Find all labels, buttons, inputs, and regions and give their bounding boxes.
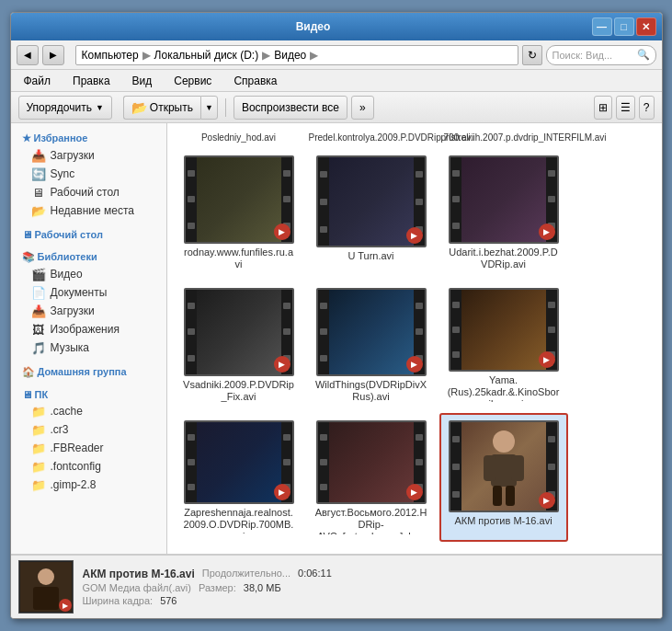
file-item-avgust[interactable]: ▶ Август.Восьмого.2012.HDRip-AVC_[rutrac… [307,413,436,542]
organize-label: Упорядочить [27,101,92,114]
hole [283,328,290,335]
file-item-uturn[interactable]: ▶ U Turn.avi [307,148,436,277]
breadcrumb-folder[interactable]: Видео [274,49,306,62]
open-dropdown[interactable]: ▼ [200,96,218,120]
open-icon-btn[interactable]: 📂 Открыть [123,96,200,120]
status-row-3: Ширина кадра: 576 [83,595,655,606]
file-item-rodnay[interactable]: ▶ rodnay.www.funfiles.ru.avi [175,148,303,277]
file-item-udarit[interactable]: ▶ Udarit.i.bezhat.2009.P.DVDRip.avi [439,148,568,277]
person-figure [461,422,546,511]
breadcrumb[interactable]: Компьютер ▶ Локальный диск (D:) ▶ Видео … [75,45,518,65]
hole [548,196,555,202]
breadcrumb-sep-2: ▶ [262,49,270,62]
play-overlay: ▶ [539,492,555,509]
refresh-button[interactable]: ↻ [522,45,542,65]
hole [452,223,460,229]
sidebar-item-sync[interactable]: 🔄 Sync [11,165,166,183]
fbreader-label: .FBReader [51,442,104,454]
hole [548,170,555,177]
sidebar-item-images[interactable]: 🖼 Изображения [11,320,166,338]
file-item-akm[interactable]: ▶ АКМ против М-16.avi [439,413,568,542]
docs-label: Документы [51,286,108,299]
menu-service[interactable]: Сервис [168,73,217,89]
lib-downloads-icon: 📥 [31,304,46,318]
sidebar-item-fontconfig[interactable]: 📁 .fontconfig [11,457,166,476]
video-icon: 🎬 [31,267,46,281]
search-bar[interactable]: Поиск: Вид... 🔍 [546,45,656,65]
organize-button[interactable]: Упорядочить ▼ [18,96,112,120]
film-left [186,422,197,502]
breadcrumb-computer[interactable]: Компьютер [82,49,139,62]
wildthings-thumb: ▶ [316,288,427,376]
file-item-vsadniki[interactable]: ▶ Vsadniki.2009.P.DVDRip_Fix.avi [175,281,303,409]
sidebar-item-gimp[interactable]: 📁 .gimp-2.8 [11,476,166,494]
zapresh-thumb: ▶ [184,420,294,504]
status-play-btn[interactable]: ▶ [59,599,72,612]
addressbar: ◀ ▶ Компьютер ▶ Локальный диск (D:) ▶ Ви… [11,40,662,70]
hole [452,302,460,308]
file-item-pristreli[interactable]: pristreli.ih.2007.p.dvdrip_INTERFILM.avi [439,131,568,144]
sidebar-item-fbreader[interactable]: 📁 .FBReader [11,439,166,457]
svg-rect-4 [493,486,502,506]
film-left [450,290,461,370]
window-title: Видео [35,20,592,33]
sidebar-item-lib-downloads[interactable]: 📥 Загрузки [11,302,166,320]
play-overlay: ▶ [274,484,290,500]
play-all-button[interactable]: Воспроизвести все [233,96,347,120]
breadcrumb-drive[interactable]: Локальный диск (D:) [154,49,259,62]
hole [548,302,555,308]
sidebar-item-downloads[interactable]: 📥 Загрузки [11,146,166,165]
help-button[interactable]: ? [639,96,655,120]
hole [320,226,327,233]
menu-help[interactable]: Справка [228,73,282,89]
hole [283,170,290,177]
desktop-icon: 🖥 [31,185,46,200]
hole [548,436,555,442]
homegroup-section: 🏠 Домашняя группа [11,364,166,380]
maximize-button[interactable]: □ [614,17,634,36]
search-icon[interactable]: 🔍 [637,49,650,61]
file-grid: Posledniy_hod.avi Predel.kontrolya.2009.… [167,123,662,554]
file-item-wildthings[interactable]: ▶ WildThings(DVDRipDivXRus).avi [307,281,436,409]
view-toggle[interactable]: ⊞ [594,96,612,120]
more-button[interactable]: » [351,96,374,120]
file-item-yama[interactable]: ▶ Yama.(Rus).25kadr.&.KinoSbornik.ru.avi [439,281,568,409]
file-item-posledniy[interactable]: Posledniy_hod.avi [175,131,303,144]
status-info: АКМ против М-16.avi Продолжительно... 0:… [83,568,655,606]
images-icon: 🖼 [31,322,46,337]
hole [416,171,423,178]
sidebar-item-video[interactable]: 🎬 Видео [11,265,166,283]
favorites-title[interactable]: ★ Избранное [11,131,166,146]
sidebar-item-desktop[interactable]: 🖥 Рабочий стол [11,183,166,201]
file-item-predel[interactable]: Predel.kontrolya.2009.P.DVDRip.700.avi [307,131,436,144]
sidebar-item-music[interactable]: 🎵 Музыка [11,338,166,357]
status-duration-value: 0:06:11 [298,568,332,580]
desktop-section-title[interactable]: 🖥 Рабочий стол [11,227,166,242]
sidebar-item-docs[interactable]: 📄 Документы [11,283,166,302]
uturn-thumb: ▶ [316,155,427,247]
back-button[interactable]: ◀ [17,45,39,65]
udarit-thumb: ▶ [449,155,559,244]
sidebar-item-cache[interactable]: 📁 .cache [11,402,166,420]
menu-file[interactable]: Файл [18,73,57,89]
minimize-button[interactable]: — [592,17,612,36]
close-button[interactable]: ✕ [636,17,656,36]
recent-icon: 📂 [31,203,46,218]
sync-icon: 🔄 [31,166,46,181]
libraries-title[interactable]: 📚 Библиотеки [11,249,166,265]
recent-label: Недавние места [51,204,134,217]
forward-button[interactable]: ▶ [42,45,64,65]
menu-edit[interactable]: Правка [67,73,116,89]
organize-arrow: ▼ [96,103,104,112]
menu-view[interactable]: Вид [127,73,158,89]
sidebar-item-recent[interactable]: 📂 Недавние места [11,201,166,220]
statusbar: ▶ АКМ против М-16.avi Продолжительно... … [11,554,662,618]
sidebar-item-cr3[interactable]: 📁 .cr3 [11,420,166,439]
music-label: Музыка [51,341,89,354]
view-list[interactable]: ☰ [616,96,635,120]
pc-title[interactable]: 🖥 ПК [11,387,166,402]
top-row: Posledniy_hod.avi Predel.kontrolya.2009.… [175,131,655,144]
hole [320,459,327,465]
homegroup-title[interactable]: 🏠 Домашняя группа [11,364,166,380]
file-item-zapresh[interactable]: ▶ Zapreshennaja.realnost.2009.O.DVDRip.7… [175,413,303,542]
